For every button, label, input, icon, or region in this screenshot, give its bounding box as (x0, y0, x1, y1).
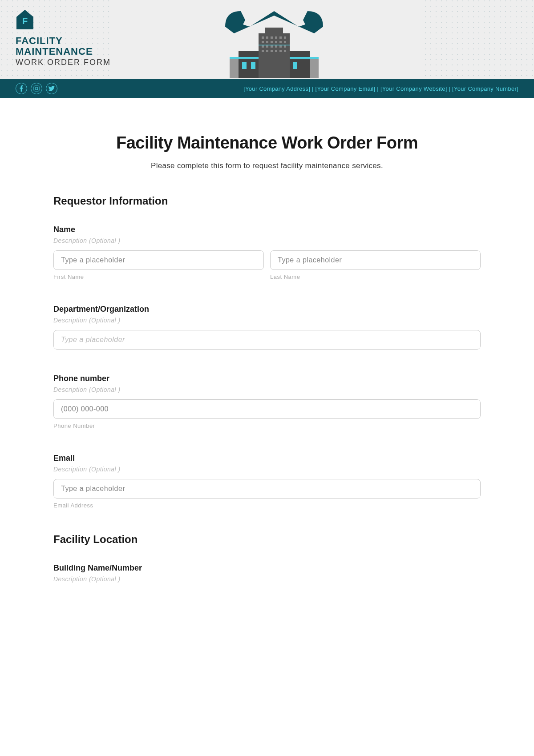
first-name-sublabel: First Name (53, 273, 264, 280)
svg-rect-2 (265, 28, 283, 34)
form-subtitle: Please complete this form to request fac… (53, 161, 481, 170)
logo-section: F FACILITY MAINTENANCE WORK ORDER FORM (16, 9, 111, 67)
form-content: Facility Maintenance Work Order Form Ple… (0, 98, 534, 607)
svg-rect-14 (284, 41, 286, 43)
svg-rect-34 (242, 62, 247, 69)
field-group-department: Department/Organization Description (Opt… (53, 305, 481, 350)
svg-rect-35 (251, 62, 255, 69)
section-requestor-title: Requestor Information (53, 195, 481, 207)
svg-rect-25 (279, 50, 282, 52)
svg-rect-13 (279, 41, 282, 43)
social-icons-group (16, 83, 57, 94)
svg-rect-30 (310, 58, 319, 78)
svg-rect-22 (266, 50, 268, 52)
building-label: Building Name/Number (53, 563, 481, 573)
svg-rect-11 (271, 41, 273, 43)
svg-rect-33 (259, 44, 290, 46)
svg-point-41 (38, 87, 39, 88)
field-group-building: Building Name/Number Description (Option… (53, 563, 481, 583)
email-input[interactable] (53, 479, 481, 499)
last-name-sublabel: Last Name (270, 273, 481, 280)
building-wrench-icon (203, 0, 345, 79)
svg-rect-27 (239, 51, 259, 78)
phone-sublabel: Phone Number (53, 422, 481, 429)
form-title: Facility Maintenance Work Order Form (53, 133, 481, 153)
svg-rect-36 (293, 62, 297, 69)
section-facility-title: Facility Location (53, 533, 481, 546)
svg-rect-4 (266, 36, 268, 39)
svg-rect-23 (271, 50, 273, 52)
svg-rect-5 (271, 36, 273, 39)
first-name-input[interactable] (53, 250, 264, 270)
twitter-icon[interactable] (46, 83, 57, 94)
svg-text:F: F (22, 16, 28, 26)
decorative-dots-right (423, 0, 534, 79)
svg-rect-3 (262, 36, 264, 39)
svg-rect-12 (275, 41, 277, 43)
field-group-phone: Phone number Description (Optional ) Pho… (53, 374, 481, 429)
svg-rect-7 (279, 36, 282, 39)
last-name-input[interactable] (270, 250, 481, 270)
svg-rect-21 (262, 50, 264, 52)
department-description: Description (Optional ) (53, 317, 481, 324)
email-description: Description (Optional ) (53, 466, 481, 473)
phone-description: Description (Optional ) (53, 386, 481, 393)
svg-rect-32 (290, 57, 319, 59)
svg-rect-24 (275, 50, 277, 52)
logo-title-line2: MAINTENANCE (16, 46, 111, 57)
field-group-email: Email Description (Optional ) Email Addr… (53, 454, 481, 509)
header-info-bar: [Your Company Address] | [Your Company E… (0, 79, 534, 98)
name-label: Name (53, 225, 481, 234)
facebook-icon[interactable] (16, 83, 27, 94)
phone-label: Phone number (53, 374, 481, 383)
svg-rect-39 (34, 86, 39, 91)
logo-subtitle: WORK ORDER FORM (16, 58, 111, 67)
svg-rect-29 (230, 58, 239, 78)
svg-rect-28 (290, 51, 310, 78)
department-label: Department/Organization (53, 305, 481, 314)
logo-title-line1: FACILITY (16, 36, 111, 46)
department-input[interactable] (53, 330, 481, 350)
field-group-name: Name Description (Optional ) First Name … (53, 225, 481, 280)
email-label: Email (53, 454, 481, 463)
logo-house-icon: F (16, 9, 34, 30)
svg-rect-9 (262, 41, 264, 43)
svg-rect-8 (284, 36, 286, 39)
svg-point-40 (35, 87, 38, 90)
name-description: Description (Optional ) (53, 237, 481, 244)
svg-rect-31 (230, 57, 259, 59)
svg-rect-10 (266, 41, 268, 43)
email-sublabel: Email Address (53, 502, 481, 509)
svg-rect-26 (284, 50, 286, 52)
svg-rect-6 (275, 36, 277, 39)
building-description: Description (Optional ) (53, 575, 481, 583)
phone-input[interactable] (53, 399, 481, 419)
instagram-icon[interactable] (31, 83, 42, 94)
header-banner: F FACILITY MAINTENANCE WORK ORDER FORM (0, 0, 534, 79)
svg-rect-1 (259, 33, 290, 78)
company-info-text: [Your Company Address] | [Your Company E… (243, 85, 518, 92)
